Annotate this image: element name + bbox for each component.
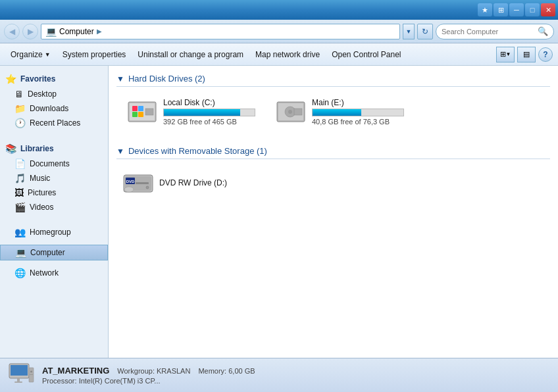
drive-info-e: Main (E:) 40,8 GB free of 76,3 GB <box>312 98 404 126</box>
favorites-button[interactable]: ★ <box>478 3 492 16</box>
content-area: ▼ Hard Disk Drives (2) <box>109 66 558 358</box>
drive-bar-container-c <box>163 109 255 116</box>
status-computer-name: AT_MARKETING <box>42 366 109 376</box>
svg-rect-21 <box>17 378 20 381</box>
removable-section-header: ▼ Devices with Removable Storage (1) <box>116 146 550 159</box>
help-button[interactable]: ? <box>538 47 553 62</box>
close-button[interactable]: ✕ <box>541 3 555 16</box>
favorites-header[interactable]: ⭐ Favorites <box>0 71 108 87</box>
svg-rect-11 <box>294 109 302 115</box>
drive-free-e: 40,8 GB free of 76,3 GB <box>312 118 404 126</box>
sidebar-item-homegroup[interactable]: 👥 Homegroup <box>0 225 108 239</box>
computer-icon: 💻 <box>15 247 26 258</box>
search-input[interactable] <box>442 28 538 36</box>
address-field[interactable]: 💻 Computer ▶ <box>41 24 400 39</box>
drives-grid: Local Disk (C:) 392 GB free of 465 GB <box>116 93 550 133</box>
sidebar-item-videos[interactable]: 🎬 Videos <box>0 200 108 214</box>
desktop-icon: 🖥 <box>14 89 24 99</box>
documents-icon: 📄 <box>14 159 26 169</box>
drive-item-c[interactable]: Local Disk (C:) 392 GB free of 465 GB <box>122 93 260 133</box>
svg-rect-2 <box>132 106 138 111</box>
music-icon: 🎵 <box>14 173 26 184</box>
status-processor: Processor: Intel(R) Core(TM) i3 CP... <box>42 377 255 385</box>
svg-rect-3 <box>138 106 143 111</box>
view-icon: ⊞ <box>500 50 506 59</box>
svg-rect-20 <box>11 365 28 376</box>
drive-name-c: Local Disk (C:) <box>163 98 255 107</box>
organize-button[interactable]: Organize ▼ <box>5 46 56 63</box>
maximize-button[interactable]: □ <box>525 3 540 16</box>
forward-button[interactable]: ▶ <box>22 24 38 39</box>
libraries-header[interactable]: 📚 Libraries <box>0 141 108 157</box>
sidebar-item-desktop[interactable]: 🖥 Desktop <box>0 87 108 101</box>
status-computer-icon <box>8 362 34 389</box>
svg-text:DVD: DVD <box>126 180 135 184</box>
dvd-drive-info: DVD RW Drive (D:) <box>159 178 545 189</box>
dvd-drive-item[interactable]: DVD DVD RW Drive (D:) <box>116 166 550 201</box>
title-bar-controls: ★ ⊞ ─ □ ✕ <box>478 3 555 16</box>
search-icon[interactable]: 🔍 <box>538 26 548 36</box>
sidebar-item-documents[interactable]: 📄 Documents <box>0 157 108 171</box>
network-button[interactable]: ⊞ <box>494 3 508 16</box>
view-icon-button[interactable]: ⊞ ▼ <box>496 47 515 62</box>
status-memory: Memory: 6,00 GB <box>198 367 255 375</box>
favorites-section: ⭐ Favorites 🖥 Desktop 📁 Downloads 🕐 Rece… <box>0 71 108 130</box>
drive-info-c: Local Disk (C:) 392 GB free of 465 GB <box>163 98 255 126</box>
libraries-section: 📚 Libraries 📄 Documents 🎵 Music 🖼 Pictur… <box>0 141 108 214</box>
drive-name-e: Main (E:) <box>312 98 404 107</box>
main-layout: ⭐ Favorites 🖥 Desktop 📁 Downloads 🕐 Rece… <box>0 66 558 358</box>
status-bar: AT_MARKETING Workgroup: KRASLAN Memory: … <box>0 358 558 392</box>
svg-rect-22 <box>14 381 22 383</box>
svg-rect-16 <box>136 182 149 184</box>
drive-free-c: 392 GB free of 465 GB <box>163 118 255 126</box>
network-icon: 🌐 <box>14 268 26 278</box>
section-arrow-removable: ▼ <box>116 147 124 156</box>
hard-disk-section-header: ▼ Hard Disk Drives (2) <box>116 74 550 87</box>
svg-rect-25 <box>30 374 33 375</box>
drive-bar-e <box>313 109 361 116</box>
dvd-drive-name: DVD RW Drive (D:) <box>159 178 545 187</box>
sidebar-item-computer[interactable]: 💻 Computer <box>0 245 108 260</box>
minimize-button[interactable]: ─ <box>509 3 524 16</box>
uninstall-button[interactable]: Uninstall or change a program <box>132 46 249 63</box>
dvd-icon: DVD <box>122 170 154 197</box>
address-location: Computer <box>59 27 94 36</box>
svg-point-24 <box>30 370 32 372</box>
svg-point-10 <box>288 110 292 114</box>
homegroup-icon: 👥 <box>14 227 26 237</box>
favorites-icon: ⭐ <box>5 74 16 84</box>
hdd-e-icon <box>275 99 307 125</box>
drive-bar-container-e <box>312 109 404 116</box>
sidebar-item-network[interactable]: 🌐 Network <box>0 266 108 280</box>
system-properties-button[interactable]: System properties <box>57 46 132 63</box>
address-icon: 💻 <box>45 26 57 37</box>
sidebar-item-recent-places[interactable]: 🕐 Recent Places <box>0 116 108 130</box>
address-dropdown[interactable]: ▼ <box>403 24 415 39</box>
svg-rect-6 <box>145 109 153 115</box>
svg-rect-4 <box>132 112 138 117</box>
downloads-icon: 📁 <box>14 103 26 114</box>
view-arrow-icon: ▼ <box>506 51 511 57</box>
pictures-icon: 🖼 <box>14 187 24 198</box>
drive-item-e[interactable]: Main (E:) 40,8 GB free of 76,3 GB <box>270 93 409 133</box>
sidebar-item-pictures[interactable]: 🖼 Pictures <box>0 185 108 200</box>
address-arrow[interactable]: ▶ <box>97 28 102 35</box>
toolbar: Organize ▼ System properties Uninstall o… <box>0 43 558 66</box>
back-button[interactable]: ◀ <box>4 24 20 39</box>
toolbar-right: ⊞ ▼ ▤ ? <box>496 47 553 62</box>
pane-button[interactable]: ▤ <box>517 47 536 62</box>
open-control-panel-button[interactable]: Open Control Panel <box>326 46 406 63</box>
svg-rect-5 <box>138 112 143 117</box>
sidebar-item-downloads[interactable]: 📁 Downloads <box>0 101 108 116</box>
status-workgroup: Workgroup: KRASLAN <box>117 367 190 375</box>
drive-top-c: Local Disk (C:) 392 GB free of 465 GB <box>126 98 255 126</box>
status-info: AT_MARKETING Workgroup: KRASLAN Memory: … <box>42 366 255 385</box>
refresh-button[interactable]: ↻ <box>417 24 433 39</box>
address-bar: ◀ ▶ 💻 Computer ▶ ▼ ↻ 🔍 <box>0 20 558 43</box>
map-network-button[interactable]: Map network drive <box>250 46 325 63</box>
section-arrow-hdd: ▼ <box>116 74 124 84</box>
sidebar-item-music[interactable]: 🎵 Music <box>0 171 108 185</box>
libraries-icon: 📚 <box>5 143 16 154</box>
videos-icon: 🎬 <box>14 202 26 212</box>
search-box[interactable]: 🔍 <box>436 24 554 39</box>
